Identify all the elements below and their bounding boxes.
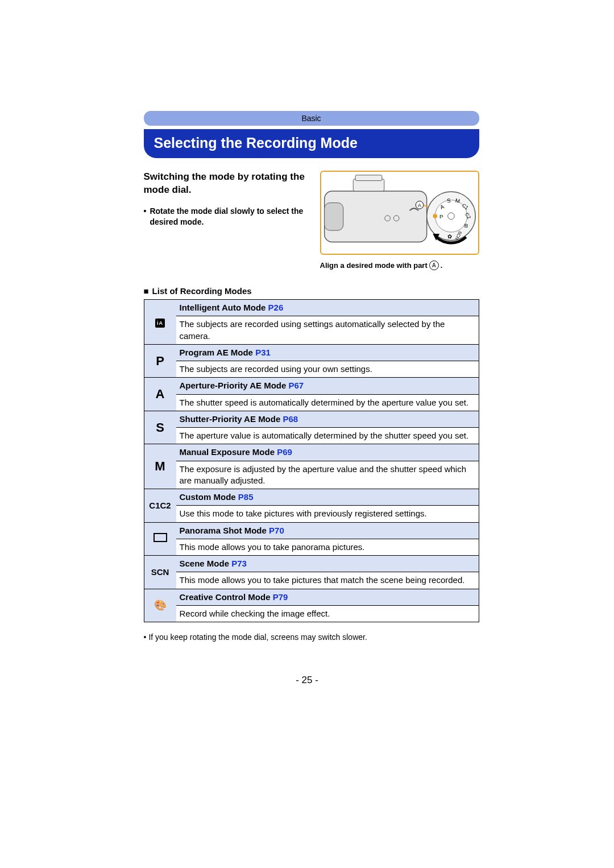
breadcrumb: Basic	[144, 111, 479, 126]
mode-name: Program AE Mode	[180, 348, 253, 357]
mode-description: This mode allows you to take panorama pi…	[176, 539, 479, 555]
svg-text:⊞: ⊞	[463, 224, 468, 228]
svg-text:P: P	[439, 213, 443, 220]
bullet-icon: •	[144, 633, 147, 642]
mode-name: Aperture-Priority AE Mode	[180, 381, 287, 390]
mode-description: The exposure is adjusted by the aperture…	[176, 461, 479, 489]
mode-title-cell: Program AE Mode P31	[176, 344, 479, 361]
mode-desc-row: The shutter speed is automatically deter…	[144, 394, 479, 411]
camera-illustration: A P A S M C1 C2	[320, 171, 479, 255]
mode-page-ref[interactable]: P26	[268, 303, 284, 312]
mode-page-ref[interactable]: P68	[283, 414, 298, 424]
mode-page-ref[interactable]: P70	[269, 526, 284, 535]
mode-description: The subjects are recorded using settings…	[176, 316, 479, 345]
camera-svg-icon: A P A S M C1 C2	[321, 172, 478, 254]
mode-desc-row: This mode allows you to take pictures th…	[144, 572, 479, 589]
instruction-heading: Switching the mode by rotating the mode …	[144, 171, 313, 197]
mode-icon-cell: C1C2	[144, 489, 176, 523]
caption-suffix: .	[441, 261, 443, 270]
mode-desc-row: The aperture value is automatically dete…	[144, 428, 479, 444]
mode-title-cell: Creative Control Mode P79	[176, 589, 479, 605]
mode-icon-cell: P	[144, 344, 176, 378]
intelligent-auto-icon: iA	[155, 319, 165, 328]
mode-letter-icon: C1C2	[149, 501, 171, 510]
mode-title-row: SShutter-Priority AE Mode P68	[144, 411, 479, 427]
mode-icon-cell: iA	[144, 300, 176, 345]
mode-icon-cell: M	[144, 444, 176, 489]
mode-icon-cell: SCN	[144, 556, 176, 589]
mode-name: Intelligent Auto Mode	[180, 303, 266, 312]
mode-name: Panorama Shot Mode	[180, 526, 267, 535]
svg-point-12	[433, 214, 437, 218]
square-bullet-icon: ■	[144, 286, 149, 296]
mode-page-ref[interactable]: P79	[273, 592, 288, 602]
mode-description: The shutter speed is automatically deter…	[176, 394, 479, 411]
mode-title-cell: Shutter-Priority AE Mode P68	[176, 411, 479, 427]
palette-icon: 🎨	[154, 600, 167, 611]
instruction-block: Switching the mode by rotating the mode …	[144, 171, 479, 270]
footnote-text: If you keep rotating the mode dial, scre…	[148, 633, 367, 642]
mode-title-row: iAIntelligent Auto Mode P26	[144, 300, 479, 316]
mode-name: Shutter-Priority AE Mode	[180, 414, 281, 424]
caption-prefix: Align a desired mode with part	[320, 261, 428, 270]
mode-description: The subjects are recorded using your own…	[176, 361, 479, 378]
mode-letter-icon: M	[155, 459, 165, 473]
mode-name: Creative Control Mode	[180, 592, 271, 602]
mode-desc-row: Use this mode to take pictures with prev…	[144, 506, 479, 522]
mode-desc-row: Record while checking the image effect.	[144, 605, 479, 622]
mode-desc-row: The subjects are recorded using your own…	[144, 361, 479, 378]
mode-description: The aperture value is automatically dete…	[176, 428, 479, 444]
mode-page-ref[interactable]: P85	[238, 492, 254, 502]
mode-title-cell: Aperture-Priority AE Mode P67	[176, 378, 479, 394]
mode-title-row: SCNScene Mode P73	[144, 556, 479, 572]
mode-title-row: Panorama Shot Mode P70	[144, 522, 479, 539]
panorama-icon	[154, 533, 167, 542]
mode-desc-row: The subjects are recorded using settings…	[144, 316, 479, 345]
mode-title-row: C1C2Custom Mode P85	[144, 489, 479, 506]
page-number: - 25 -	[0, 675, 614, 686]
mode-name: Scene Mode	[180, 559, 230, 568]
mode-desc-row: This mode allows you to take panorama pi…	[144, 539, 479, 555]
footnote: • If you keep rotating the mode dial, sc…	[144, 633, 479, 642]
svg-point-11	[447, 213, 454, 220]
mode-title-row: PProgram AE Mode P31	[144, 344, 479, 361]
mode-description: Record while checking the image effect.	[176, 605, 479, 622]
mode-letter-icon: S	[156, 420, 164, 435]
svg-rect-3	[324, 202, 343, 230]
mode-title-cell: Scene Mode P73	[176, 556, 479, 572]
mode-page-ref[interactable]: P31	[255, 348, 271, 357]
mode-icon-cell: S	[144, 411, 176, 444]
mode-page-ref[interactable]: P67	[288, 381, 304, 390]
mode-description: Use this mode to take pictures with prev…	[176, 506, 479, 522]
figure-caption: Align a desired mode with part A .	[320, 261, 479, 270]
mode-title-row: 🎨Creative Control Mode P79	[144, 589, 479, 605]
page-title: Selecting the Recording Mode	[154, 135, 358, 151]
mode-icon-cell: 🎨	[144, 589, 176, 622]
bullet-icon: •	[144, 206, 147, 228]
mode-icon-cell	[144, 522, 176, 556]
mode-name: Custom Mode	[180, 492, 236, 502]
mode-title-row: MManual Exposure Mode P69	[144, 444, 479, 461]
instruction-bullet-text: Rotate the mode dial slowly to select th…	[150, 206, 313, 228]
manual-page: Basic Selecting the Recording Mode Switc…	[0, 0, 614, 868]
svg-text:A: A	[418, 202, 421, 208]
mode-desc-row: The exposure is adjusted by the aperture…	[144, 461, 479, 489]
breadcrumb-label: Basic	[301, 114, 321, 123]
modes-list-heading-text: List of Recording Modes	[152, 286, 252, 296]
mode-letter-icon: SCN	[151, 567, 169, 577]
modes-table: iAIntelligent Auto Mode P26The subjects …	[144, 299, 479, 622]
mode-title-cell: Intelligent Auto Mode P26	[176, 300, 479, 316]
mode-title-cell: Panorama Shot Mode P70	[176, 522, 479, 539]
mode-description: This mode allows you to take pictures th…	[176, 572, 479, 589]
mode-title-cell: Manual Exposure Mode P69	[176, 444, 479, 461]
mode-letter-icon: P	[156, 354, 164, 368]
mode-icon-cell: A	[144, 378, 176, 411]
svg-rect-2	[355, 175, 382, 181]
instruction-text: Switching the mode by rotating the mode …	[144, 171, 313, 270]
mode-page-ref[interactable]: P73	[231, 559, 247, 568]
mode-title-cell: Custom Mode P85	[176, 489, 479, 506]
mode-page-ref[interactable]: P69	[277, 447, 292, 457]
mode-name: Manual Exposure Mode	[180, 447, 275, 457]
camera-figure: A P A S M C1 C2	[320, 171, 479, 270]
modes-list-heading: ■ List of Recording Modes	[144, 286, 479, 296]
